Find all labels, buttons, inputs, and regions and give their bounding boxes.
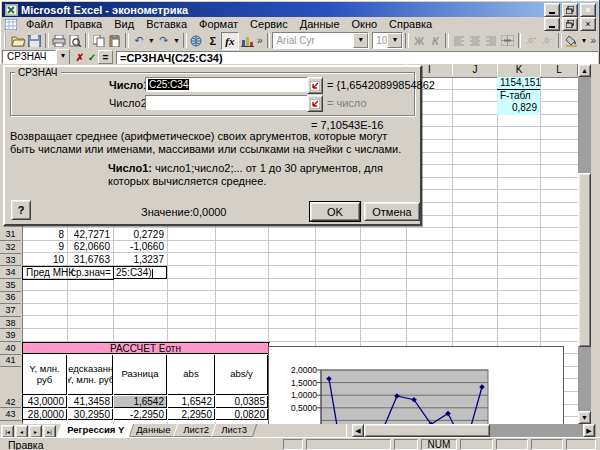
align-right-icon[interactable] — [483, 33, 499, 49]
calc-table-cell[interactable]: 0,0820 — [216, 409, 268, 421]
hyperlink-icon[interactable] — [189, 33, 205, 49]
scroll-down-icon[interactable]: ▼ — [578, 411, 591, 424]
cancel-formula-icon[interactable]: ✗ — [74, 51, 86, 64]
calc-table-cell[interactable]: 41,3458 — [68, 396, 113, 408]
row-header-36[interactable]: 36 — [0, 292, 21, 305]
sheet-tab-Регрессия Y[interactable]: Регрессия Y — [57, 424, 134, 437]
redo-icon[interactable]: ↷ — [156, 33, 172, 49]
italic-icon[interactable]: К — [427, 33, 443, 49]
doc-minimize-button[interactable] — [544, 17, 560, 31]
fill-color-icon[interactable] — [564, 33, 580, 49]
paste-function-icon[interactable]: fx — [221, 32, 239, 50]
menu-файл[interactable]: Файл — [20, 18, 59, 30]
calc-table-cell[interactable]: 43,0000 — [23, 396, 67, 408]
ok-button[interactable]: OK — [310, 202, 360, 221]
data-cell[interactable]: 31,6763 — [67, 254, 113, 266]
calc-table[interactable]: РАССЧЕТ ЕотнY, млн. рубПредсказанное Y, … — [22, 342, 270, 422]
row-header-31[interactable]: 31 — [0, 229, 21, 242]
format-toolbar-overflow-icon[interactable]: » — [589, 35, 599, 46]
row-header-40[interactable]: 40 — [0, 342, 21, 355]
toolbar-grip[interactable] — [4, 33, 9, 48]
redo-dropdown-icon[interactable]: ▾ — [172, 33, 181, 49]
calc-table-cell[interactable]: -2,2950 — [114, 409, 167, 421]
menu-данные[interactable]: Данные — [294, 18, 346, 30]
toolbar-overflow-icon[interactable]: » — [255, 35, 265, 46]
menu-окно[interactable]: Окно — [346, 18, 384, 30]
autosum-icon[interactable]: Σ — [205, 33, 221, 49]
scroll-up-icon[interactable]: ▲ — [578, 64, 591, 77]
help-button[interactable]: ? — [11, 200, 31, 220]
column-header-J[interactable]: J — [452, 64, 498, 76]
open-icon[interactable] — [11, 33, 27, 49]
column-header-L[interactable]: L — [540, 64, 578, 76]
calc-table-cell[interactable]: 0,0385 — [216, 396, 268, 408]
formula-input[interactable]: =СРЗНАЧ(C25:C34) — [116, 51, 598, 64]
horizontal-scrollbar[interactable]: ◀ ▶ — [352, 424, 596, 437]
font-name-dropdown-icon[interactable]: ▾ — [353, 33, 368, 48]
paste-icon[interactable] — [107, 33, 123, 49]
row-header-35[interactable]: 35 — [0, 279, 21, 292]
data-cell[interactable]: 8 — [22, 229, 67, 241]
increase-decimal-icon[interactable]: ,0⁺ — [523, 33, 539, 49]
row-header-37[interactable]: 37 — [0, 304, 21, 317]
font-size-combo[interactable]: 10 ▾ — [372, 32, 403, 49]
data-cell[interactable]: 0,2729 — [113, 229, 167, 241]
menu-правка[interactable]: Правка — [59, 18, 108, 30]
arg2-collapse-icon[interactable] — [307, 95, 323, 112]
row-header-42[interactable]: 42 — [0, 367, 21, 408]
print-preview-icon[interactable] — [67, 33, 83, 49]
menu-вид[interactable]: Вид — [108, 18, 140, 30]
restore-button[interactable] — [562, 3, 578, 17]
align-left-icon[interactable] — [451, 33, 467, 49]
undo-icon[interactable]: ↶ — [131, 33, 147, 49]
data-cell[interactable]: 62,0660 — [67, 241, 113, 253]
data-cell[interactable]: 10 — [22, 254, 67, 266]
calc-table-cell[interactable]: 2,2950 — [168, 409, 215, 421]
undo-dropdown-icon[interactable]: ▾ — [147, 33, 156, 49]
calc-table-cell[interactable]: 28,0000 — [23, 409, 67, 421]
minimize-button[interactable] — [544, 3, 560, 17]
row-header-32[interactable]: 32 — [0, 241, 21, 254]
menu-вставка[interactable]: Вставка — [140, 18, 193, 30]
align-center-icon[interactable] — [467, 33, 483, 49]
menu-формат[interactable]: Формат — [193, 18, 244, 30]
doc-close-button[interactable]: × — [580, 17, 596, 31]
row-header-43[interactable]: 43 — [0, 408, 21, 421]
font-size-dropdown-icon[interactable]: ▾ — [387, 33, 402, 48]
residuals-chart[interactable]: 2,00001,50001,00000,5000 — [268, 346, 564, 424]
arg1-input[interactable]: C25:C34 — [145, 77, 309, 92]
column-header-K[interactable]: K — [497, 64, 541, 76]
calc-table-cell[interactable]: 30,2950 — [68, 409, 113, 421]
arg1-collapse-icon[interactable] — [307, 77, 323, 94]
cancel-button[interactable]: Отмена — [364, 202, 420, 221]
menu-сервис[interactable]: Сервис — [244, 18, 294, 30]
edit-formula-icon[interactable]: = — [98, 50, 113, 64]
bold-icon[interactable]: Ж — [411, 33, 427, 49]
scroll-right-icon[interactable]: ▶ — [583, 424, 595, 437]
row-header-41[interactable]: 41 — [0, 355, 21, 368]
calc-table-cell[interactable]: 1,6542 — [114, 396, 167, 408]
name-box-dropdown-icon[interactable]: ▾ — [56, 49, 70, 65]
print-icon[interactable] — [51, 33, 67, 49]
row-header-39[interactable]: 39 — [0, 329, 21, 342]
merge-center-icon[interactable] — [500, 33, 516, 49]
data-cell[interactable]: 9 — [22, 241, 67, 253]
fill-color-dropdown-icon[interactable]: ▾ — [580, 33, 589, 49]
row-header-33[interactable]: 33 — [0, 254, 21, 267]
function-arguments-dialog[interactable]: СРЗНАЧ Число1 C25:C34 = {1,6542089985486… — [3, 65, 422, 226]
doc-restore-button[interactable] — [562, 17, 578, 31]
menu-справка[interactable]: Справка — [383, 18, 438, 30]
sheet-tab-Лист3[interactable]: Лист3 — [210, 424, 256, 437]
close-button[interactable]: × — [580, 3, 596, 17]
save-icon[interactable] — [27, 33, 43, 49]
copy-icon[interactable] — [91, 33, 107, 49]
row-header-34[interactable]: 34 — [0, 266, 21, 279]
enter-formula-icon[interactable]: ✓ — [86, 51, 98, 64]
data-cell[interactable]: -1,0660 — [113, 241, 167, 253]
arg2-input[interactable] — [145, 95, 309, 110]
vertical-scroll-thumb[interactable] — [578, 173, 591, 347]
vertical-scrollbar[interactable]: ▲ ▼ — [578, 64, 591, 424]
k-cell[interactable]: 1154,151 — [497, 77, 540, 90]
horizontal-scroll-thumb[interactable] — [364, 424, 490, 437]
k-cell[interactable]: F-табл — [497, 90, 540, 103]
